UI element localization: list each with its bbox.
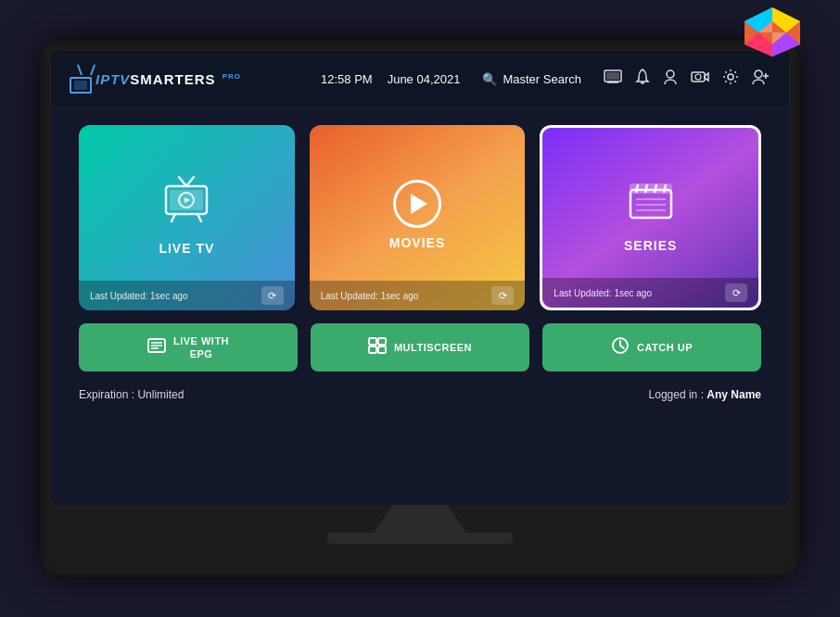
movies-footer: Last Updated: 1sec ago ⟳ xyxy=(310,281,526,310)
multiscreen-icon xyxy=(368,337,387,358)
master-search-button[interactable]: 🔍 Master Search xyxy=(482,72,581,86)
tv-screen: IPTVSMARTERS PRO 12:58 PM June 04,2021 🔍… xyxy=(51,51,789,505)
svg-rect-25 xyxy=(630,190,671,218)
svg-rect-41 xyxy=(378,346,386,353)
series-footer: Last Updated: 1sec ago ⟳ xyxy=(542,278,758,308)
logo-text: IPTVSMARTERS PRO xyxy=(95,71,241,87)
logo-smarters: SMARTERS xyxy=(130,71,215,87)
svg-line-44 xyxy=(620,346,624,348)
main-content: LIVE TV Last Updated: 1sec ago ⟳ MOVIES … xyxy=(51,107,789,505)
svg-rect-40 xyxy=(369,346,376,353)
bottom-buttons-row: LIVE WITHEPG MULTISCREEN xyxy=(79,323,761,371)
tv-stand xyxy=(374,505,466,533)
search-icon: 🔍 xyxy=(482,72,497,86)
svg-rect-7 xyxy=(606,72,619,80)
live-tv-icon xyxy=(159,175,214,233)
series-clapperboard-icon xyxy=(627,177,675,231)
multiscreen-label: MULTISCREEN xyxy=(394,342,472,353)
svg-rect-39 xyxy=(378,338,386,345)
cards-row: LIVE TV Last Updated: 1sec ago ⟳ MOVIES … xyxy=(79,125,761,310)
header-time: 12:58 PM xyxy=(321,72,373,86)
watermark-logo xyxy=(735,3,809,58)
app-logo: IPTVSMARTERS PRO xyxy=(70,64,241,94)
expiration-label: Expiration : xyxy=(79,388,134,401)
live-tv-title: LIVE TV xyxy=(159,241,214,256)
logo-tv-icon xyxy=(70,64,92,94)
logo-iptv: IPTV xyxy=(95,71,130,87)
series-update: Last Updated: 1sec ago xyxy=(554,288,652,298)
movies-title: MOVIES xyxy=(389,235,445,250)
movies-card[interactable]: MOVIES Last Updated: 1sec ago ⟳ xyxy=(310,125,526,310)
settings-icon[interactable] xyxy=(722,69,739,89)
expiration-text: Expiration : Unlimited xyxy=(79,388,184,401)
live-tv-refresh-button[interactable]: ⟳ xyxy=(261,286,284,305)
multiscreen-button[interactable]: MULTISCREEN xyxy=(311,323,529,371)
svg-point-11 xyxy=(667,70,674,78)
series-refresh-button[interactable]: ⟳ xyxy=(725,283,747,302)
logged-in-label: Logged in : xyxy=(649,388,704,401)
svg-point-14 xyxy=(728,74,733,80)
movies-update: Last Updated: 1sec ago xyxy=(321,291,419,301)
header-icons xyxy=(604,69,770,89)
header-bar: IPTVSMARTERS PRO 12:58 PM June 04,2021 🔍… xyxy=(51,51,789,107)
user-icon[interactable] xyxy=(663,69,678,89)
bell-icon[interactable] xyxy=(635,69,650,89)
svg-line-19 xyxy=(186,177,194,186)
logged-in-value: Any Name xyxy=(706,388,761,401)
movies-refresh-button[interactable]: ⟳ xyxy=(491,286,514,305)
tv-screen-icon xyxy=(74,81,87,90)
svg-rect-38 xyxy=(369,338,376,345)
footer-bar: Expiration : Unlimited Logged in : Any N… xyxy=(79,384,761,405)
catch-up-button[interactable]: CATCH UP xyxy=(542,323,761,371)
tv-schedule-icon[interactable] xyxy=(604,69,622,88)
antenna-icon xyxy=(81,64,92,75)
series-card[interactable]: SERIES Last Updated: 1sec ago ⟳ xyxy=(540,125,761,310)
tv-outer: IPTVSMARTERS PRO 12:58 PM June 04,2021 🔍… xyxy=(40,40,800,577)
catch-up-icon xyxy=(611,336,630,359)
live-epg-icon xyxy=(147,337,166,358)
live-tv-footer: Last Updated: 1sec ago ⟳ xyxy=(79,281,295,310)
catch-up-label: CATCH UP xyxy=(637,342,693,353)
tv-body-icon xyxy=(70,77,92,94)
logo-pro: PRO xyxy=(223,72,241,81)
live-epg-label: LIVE WITHEPG xyxy=(173,334,229,361)
search-label: Master Search xyxy=(503,72,581,86)
live-epg-button[interactable]: LIVE WITHEPG xyxy=(79,323,298,371)
expiration-value: Unlimited xyxy=(137,388,184,401)
svg-point-13 xyxy=(695,74,701,80)
camera-icon[interactable] xyxy=(691,69,709,88)
header-date: June 04,2021 xyxy=(388,72,461,86)
svg-line-18 xyxy=(179,177,186,186)
tv-base xyxy=(327,533,513,544)
live-tv-card[interactable]: LIVE TV Last Updated: 1sec ago ⟳ xyxy=(79,125,295,310)
series-title: SERIES xyxy=(624,238,677,253)
movies-play-icon xyxy=(393,180,441,228)
svg-point-15 xyxy=(755,70,762,78)
play-triangle xyxy=(411,194,427,214)
logged-in-text: Logged in : Any Name xyxy=(649,388,761,401)
user-plus-icon[interactable] xyxy=(752,69,770,89)
live-tv-update: Last Updated: 1sec ago xyxy=(90,291,188,301)
